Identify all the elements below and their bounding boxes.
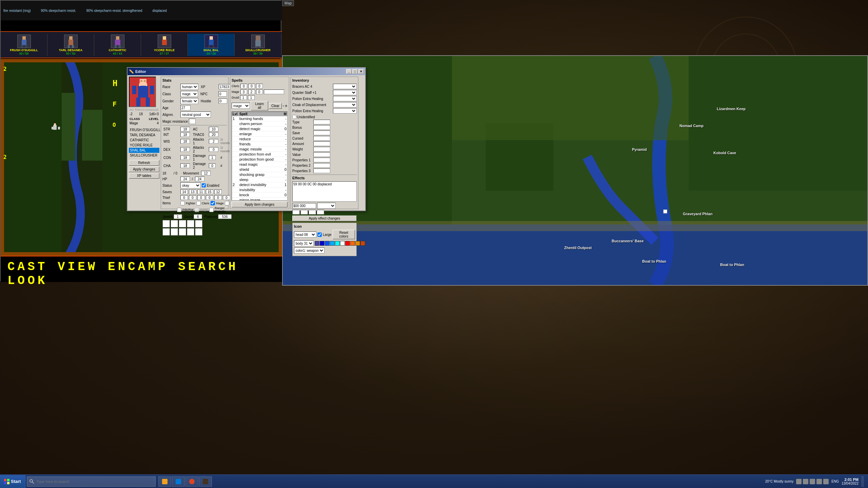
movement-row[interactable]: 18 / 0 Movement xyxy=(162,171,227,176)
druid-sp2[interactable] xyxy=(248,95,255,100)
class-select[interactable]: mage xyxy=(180,91,198,97)
spells-panel[interactable]: Spells Cleric Mage Druid xyxy=(230,77,289,209)
items-checkboxes[interactable]: Items Fighter Cleric Mage Thief xyxy=(162,201,227,205)
props1-input[interactable] xyxy=(313,158,330,162)
swatch-10[interactable] xyxy=(360,241,365,246)
age-input[interactable] xyxy=(180,105,191,110)
inv-item-3[interactable]: Potion Extra Healing xyxy=(292,96,357,101)
inventory-panel[interactable]: Inventory Bracers AC 4 Quarter Staff +1 … xyxy=(291,77,358,209)
inv-dropdown-1[interactable] xyxy=(333,84,357,89)
damage2-d-input[interactable] xyxy=(209,163,216,168)
editor-window[interactable]: ✏️ Editor _ □ ✕ xyxy=(127,67,366,211)
mage-sp-row[interactable]: Mage xyxy=(232,89,288,94)
notification-panel[interactable] xyxy=(861,476,864,487)
type-input[interactable] xyxy=(313,120,330,124)
spell-knock[interactable]: knock0 xyxy=(232,192,287,198)
window-minimize[interactable]: _ xyxy=(346,69,352,74)
party-member-2[interactable]: TARL DESANEA 50 / 50 xyxy=(47,34,94,56)
thac0-input[interactable] xyxy=(209,132,218,137)
items-grid[interactable] xyxy=(162,220,227,236)
refresh-button[interactable]: Refresh xyxy=(129,160,159,166)
dex-input[interactable] xyxy=(180,147,190,152)
char-list-item-1[interactable]: TARL DESANEA xyxy=(129,133,159,138)
spell-detect-magic[interactable]: detect magic0 xyxy=(232,126,287,131)
spell-reduce[interactable]: reduce- xyxy=(232,137,287,142)
pdnrgr-check[interactable] xyxy=(177,208,181,212)
action-bar[interactable]: CAST VIEW ENCAMP SEARCH LOOK xyxy=(1,256,282,282)
large-check[interactable] xyxy=(317,232,322,237)
swatch-6[interactable] xyxy=(340,241,345,246)
hp-current-input[interactable] xyxy=(180,177,190,181)
party-member-4[interactable]: YCORE RIXLE 37 / 37 xyxy=(141,34,188,56)
saves-row[interactable]: Saves xyxy=(162,189,227,194)
party-member-1[interactable]: FRUSH O'SUGGILL 50 / 56 xyxy=(1,34,47,56)
item-slot-6[interactable] xyxy=(162,228,170,236)
party-member-3[interactable]: CATHARTIC 43 / 43 xyxy=(94,34,141,56)
druid-sp-row[interactable]: Druid xyxy=(232,95,288,100)
xp-tables-button[interactable]: XP tables xyxy=(129,173,159,179)
taskbar-search-container[interactable] xyxy=(27,476,156,487)
item-slot-2[interactable] xyxy=(171,220,178,227)
stats-panel[interactable]: Stats Race human XP Class mage NPC Gende… xyxy=(161,77,229,209)
action-text[interactable]: CAST VIEW ENCAMP SEARCH LOOK xyxy=(1,257,282,291)
save3-input[interactable] xyxy=(197,189,205,194)
char-list-item-5[interactable]: SKULLCRUSHER xyxy=(129,153,159,158)
tray-icon-5[interactable] xyxy=(823,479,829,484)
enabled-checkbox[interactable] xyxy=(202,183,206,187)
start-button[interactable]: Start xyxy=(0,475,25,488)
gender-select[interactable]: female xyxy=(180,98,198,104)
swatch-3[interactable] xyxy=(325,241,330,246)
inv-item-5[interactable]: Potion Extra Healing xyxy=(292,108,357,114)
cursed-row[interactable]: Cursed xyxy=(292,136,357,141)
taskbar-search-input[interactable] xyxy=(37,480,152,484)
char-list-item-2[interactable]: CATHARTIC xyxy=(129,138,159,143)
fighter-check[interactable] xyxy=(180,201,185,205)
mage-check[interactable] xyxy=(211,201,215,205)
inv-dropdown-3[interactable] xyxy=(333,96,357,101)
cleric-sp3[interactable] xyxy=(256,84,263,88)
window-titlebar[interactable]: ✏️ Editor _ □ ✕ xyxy=(127,68,365,75)
spell-enlarge[interactable]: enlarge- xyxy=(232,131,287,137)
inv-dropdown-4[interactable] xyxy=(333,102,357,107)
thief3-input[interactable] xyxy=(197,195,205,200)
tray-icon-3[interactable] xyxy=(810,479,815,484)
items-checkboxes2[interactable]: Pdn/Rgr Magic Ranger /Paladin xyxy=(162,206,227,213)
map-area[interactable]: Lizardmen Keep Nomad Camp Pyramid Kobold… xyxy=(282,55,868,286)
damage1-d-input[interactable] xyxy=(209,155,216,160)
thief1-input[interactable] xyxy=(180,195,188,200)
race-select[interactable]: human xyxy=(180,84,198,90)
tray-icon-2[interactable] xyxy=(803,479,808,484)
status-row[interactable]: Status okay Enabled xyxy=(162,182,227,188)
swatch-4[interactable] xyxy=(330,241,335,246)
window-controls[interactable]: _ □ ✕ xyxy=(346,69,364,74)
item-slot-9[interactable] xyxy=(187,228,194,236)
item-slot-10[interactable] xyxy=(195,228,202,236)
thief2-input[interactable] xyxy=(189,195,196,200)
tray-icons[interactable] xyxy=(796,479,829,484)
swatch-9[interactable] xyxy=(355,241,360,246)
save-input[interactable] xyxy=(313,130,330,135)
spell-plus[interactable]: + xyxy=(285,103,288,108)
save4-input[interactable] xyxy=(206,189,213,194)
alignment-row[interactable]: Alignm. neutral good xyxy=(162,111,227,118)
item-slot-1[interactable] xyxy=(162,220,170,227)
magic-res-input[interactable] xyxy=(189,119,196,124)
spell-controls[interactable]: mage Learn all Clear - + xyxy=(232,101,288,110)
weight-input[interactable] xyxy=(313,147,330,151)
reset-colors-button[interactable]: Reset colors xyxy=(333,230,355,239)
char-list[interactable]: FRUSH O'SUGGILL TARL DESANEA CATHARTIC Y… xyxy=(129,127,159,158)
unidentified-check[interactable] xyxy=(292,115,296,119)
unidentified-row[interactable]: Unidentified xyxy=(292,115,357,119)
spell-shocking-grasp[interactable]: shocking grasp- xyxy=(232,172,287,177)
inv-item-2[interactable]: Quarter Staff +1 xyxy=(292,90,357,95)
ac-input[interactable] xyxy=(209,127,218,131)
spell-detect-invis[interactable]: 2detect invisibility1 xyxy=(232,182,287,187)
window-maximize[interactable]: □ xyxy=(352,69,358,74)
taskbar[interactable]: Start 20°C Mostly sunny xyxy=(0,474,868,488)
save-row[interactable]: Save xyxy=(292,130,357,135)
status-select[interactable]: okay xyxy=(180,182,201,188)
item-slot-7[interactable] xyxy=(171,228,178,236)
magic2-check[interactable] xyxy=(195,208,199,212)
amount-input[interactable] xyxy=(313,141,330,146)
age-row[interactable]: Age xyxy=(162,105,227,110)
